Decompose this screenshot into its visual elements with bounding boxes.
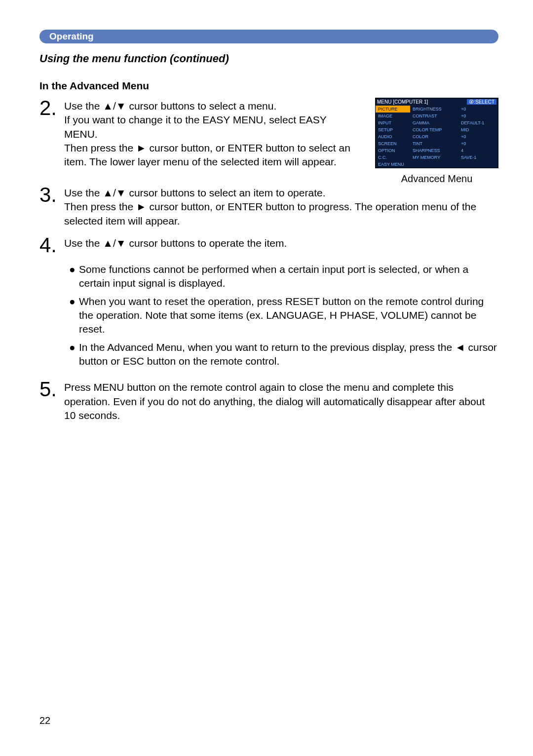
osd-header-right: ⦿:SELECT bbox=[467, 99, 496, 105]
osd-left-item: C.C. bbox=[376, 154, 410, 161]
step-2: 2. Use the ▲/▼ cursor buttons to select … bbox=[39, 98, 361, 169]
osd-left-item: SCREEN bbox=[376, 140, 410, 147]
step-body: Press MENU button on the remote control … bbox=[64, 379, 498, 422]
advanced-menu-figure: MENU [COMPUTER 1] ⦿:SELECT PICTURE IMAGE… bbox=[375, 98, 498, 185]
osd-mid-item: SHARPNESS bbox=[410, 147, 459, 154]
section-bar: Operating bbox=[39, 30, 498, 43]
step-body: Use the ▲/▼ cursor buttons to operate th… bbox=[64, 235, 287, 250]
step-number: 3. bbox=[39, 185, 64, 205]
step-number: 4. bbox=[39, 235, 64, 256]
osd-mid-item: TINT bbox=[410, 140, 459, 147]
page-title: Using the menu function (continued) bbox=[39, 52, 498, 65]
osd-mid-item: CONTRAST bbox=[410, 113, 459, 119]
osd-left-item: AUDIO bbox=[376, 133, 410, 140]
osd-left-item: PICTURE bbox=[376, 106, 410, 113]
osd-right-item: DEFAULT-1 bbox=[459, 119, 498, 126]
step-4: 4. Use the ▲/▼ cursor buttons to operate… bbox=[39, 235, 498, 256]
osd-menu-box: MENU [COMPUTER 1] ⦿:SELECT PICTURE IMAGE… bbox=[375, 98, 498, 168]
page-number: 22 bbox=[39, 715, 50, 726]
bullet-text: Some functions cannot be performed when … bbox=[79, 263, 498, 291]
osd-mid-item: MY MEMORY bbox=[410, 154, 459, 161]
osd-left-item: OPTION bbox=[376, 147, 410, 154]
step-number: 2. bbox=[39, 98, 64, 118]
osd-right-item: SAVE-1 bbox=[459, 154, 498, 161]
osd-mid-item: COLOR TEMP bbox=[410, 126, 459, 133]
bullet-dot-icon: ● bbox=[69, 295, 79, 337]
osd-mid-item: GAMMA bbox=[410, 119, 459, 126]
bullet-item: ● In the Advanced Menu, when you want to… bbox=[69, 340, 498, 369]
section-label: Operating bbox=[49, 31, 94, 41]
osd-right-item: +0 bbox=[459, 113, 498, 119]
osd-mid-item: BRIGHTNESS bbox=[410, 106, 459, 113]
bullet-item: ● Some functions cannot be performed whe… bbox=[69, 263, 498, 291]
osd-left-item: SETUP bbox=[376, 126, 410, 133]
bullet-dot-icon: ● bbox=[69, 263, 79, 291]
osd-left-item: IMAGE bbox=[376, 113, 410, 119]
step-5: 5. Press MENU button on the remote contr… bbox=[39, 379, 498, 422]
step-body: Use the ▲/▼ cursor buttons to select an … bbox=[64, 185, 498, 228]
step-3: 3. Use the ▲/▼ cursor buttons to select … bbox=[39, 185, 498, 228]
osd-header-left: MENU [COMPUTER 1] bbox=[377, 99, 428, 105]
bullet-text: In the Advanced Menu, when you want to r… bbox=[79, 340, 498, 369]
osd-right-item: +0 bbox=[459, 133, 498, 140]
osd-left-item: EASY MENU bbox=[376, 161, 410, 168]
osd-left-item: INPUT bbox=[376, 119, 410, 126]
step-body: Use the ▲/▼ cursor buttons to select a m… bbox=[64, 98, 361, 169]
bullet-dot-icon: ● bbox=[69, 340, 79, 369]
subheading: In the Advanced Menu bbox=[39, 80, 498, 92]
bullet-list: ● Some functions cannot be performed whe… bbox=[69, 263, 498, 368]
osd-right-item: +0 bbox=[459, 140, 498, 147]
osd-right-item: +0 bbox=[459, 106, 498, 113]
figure-caption: Advanced Menu bbox=[375, 173, 498, 185]
step-number: 5. bbox=[39, 379, 64, 400]
bullet-text: When you want to reset the operation, pr… bbox=[79, 295, 498, 337]
bullet-item: ● When you want to reset the operation, … bbox=[69, 295, 498, 337]
osd-right-item: MID bbox=[459, 126, 498, 133]
osd-right-item: 4 bbox=[459, 147, 498, 154]
osd-mid-item: COLOR bbox=[410, 133, 459, 140]
